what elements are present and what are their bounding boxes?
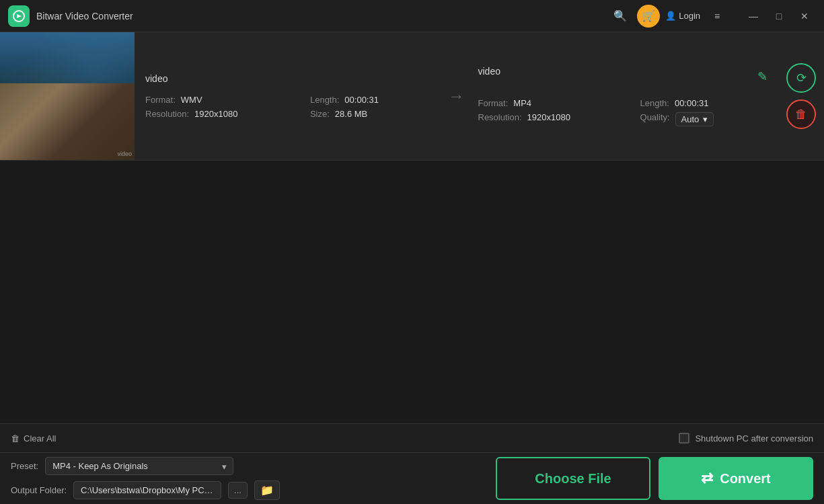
source-format-val: WMV bbox=[181, 95, 202, 105]
app-title: Bitwar Video Converter bbox=[36, 11, 609, 22]
chevron-down-icon: ▾ bbox=[703, 114, 708, 124]
shutdown-section: Shutdown PC after conversion bbox=[679, 433, 813, 444]
video-row-actions: ⟳ 🗑 bbox=[778, 32, 824, 160]
main-content: video video Format: WMV Length: 00:00:31 bbox=[0, 32, 824, 423]
source-resolution-row: Resolution: 1920x1080 bbox=[145, 109, 294, 119]
source-label: video bbox=[145, 73, 435, 84]
edit-icon[interactable]: ✎ bbox=[757, 69, 767, 84]
quality-dropdown[interactable]: Auto ▾ bbox=[675, 112, 714, 126]
convert-label: Convert bbox=[720, 471, 771, 487]
target-length-val: 00:00:31 bbox=[675, 98, 709, 108]
clear-all-label: Clear All bbox=[24, 433, 56, 444]
target-quality-row: Quality: Auto ▾ bbox=[640, 112, 767, 126]
clear-all-button[interactable]: 🗑 Clear All bbox=[11, 433, 56, 444]
quality-value: Auto bbox=[681, 114, 700, 124]
video-target: video ✎ Format: MP4 Length: 00:00:31 Res… bbox=[478, 66, 768, 126]
target-meta: Format: MP4 Length: 00:00:31 Resolution:… bbox=[478, 98, 768, 126]
source-size-key: Size: bbox=[310, 109, 330, 119]
browse-button[interactable]: ... bbox=[228, 482, 248, 499]
bottom-bottom-row: Preset: MP4 - Keep As Originals Output F… bbox=[0, 453, 824, 504]
refresh-icon: ⟳ bbox=[796, 71, 807, 85]
bottom-top-row: 🗑 Clear All Shutdown PC after conversion bbox=[0, 424, 824, 453]
minimize-button[interactable]: — bbox=[742, 5, 765, 28]
window-controls: — □ ✕ bbox=[742, 5, 816, 28]
video-thumbnail: video bbox=[0, 32, 135, 160]
target-format-row: Format: MP4 bbox=[478, 98, 624, 108]
target-resolution-key: Resolution: bbox=[478, 112, 522, 126]
maximize-button[interactable]: □ bbox=[767, 5, 790, 28]
target-resolution-val: 1920x1080 bbox=[527, 112, 570, 126]
video-info-section: video Format: WMV Length: 00:00:31 Resol… bbox=[135, 32, 778, 160]
close-button[interactable]: ✕ bbox=[793, 5, 816, 28]
bottom-bar: 🗑 Clear All Shutdown PC after conversion… bbox=[0, 423, 824, 504]
preset-label: Preset: bbox=[11, 461, 38, 471]
output-row: Output Folder: C:\Users\bstwa\Dropbox\My… bbox=[11, 480, 280, 500]
choose-file-label: Choose File bbox=[535, 471, 611, 487]
app-logo bbox=[8, 5, 30, 27]
titlebar: Bitwar Video Converter 🔍 🛒 👤 Login ≡ — □… bbox=[0, 0, 824, 32]
user-icon: 👤 bbox=[665, 11, 676, 21]
source-format-key: Format: bbox=[145, 95, 176, 105]
login-button[interactable]: 👤 Login bbox=[665, 11, 700, 21]
target-quality-key: Quality: bbox=[640, 112, 670, 126]
preset-row: Preset: MP4 - Keep As Originals bbox=[11, 457, 280, 475]
convert-button[interactable]: ⇄ Convert bbox=[659, 457, 813, 500]
cart-button[interactable]: 🛒 bbox=[637, 5, 660, 28]
target-label: video bbox=[478, 66, 500, 77]
target-format-val: MP4 bbox=[513, 98, 531, 108]
refresh-button[interactable]: ⟳ bbox=[786, 63, 816, 93]
target-length-key: Length: bbox=[640, 98, 669, 108]
target-resolution-row: Resolution: 1920x1080 bbox=[478, 112, 624, 126]
menu-button[interactable]: ≡ bbox=[706, 5, 728, 28]
delete-button[interactable]: 🗑 bbox=[786, 99, 816, 129]
thumb-rocks bbox=[0, 83, 135, 160]
convert-icon: ⇄ bbox=[701, 470, 713, 487]
source-length-val: 00:00:31 bbox=[344, 95, 379, 105]
thumb-watermark: video bbox=[117, 151, 132, 157]
conversion-arrow: → bbox=[435, 87, 478, 106]
right-arrow-icon: → bbox=[449, 87, 465, 106]
source-size-val: 28.6 MB bbox=[335, 109, 367, 119]
source-size-row: Size: 28.6 MB bbox=[310, 109, 435, 119]
video-source: video Format: WMV Length: 00:00:31 Resol… bbox=[145, 73, 435, 119]
preset-select[interactable]: MP4 - Keep As Originals bbox=[45, 457, 233, 475]
source-meta: Format: WMV Length: 00:00:31 Resolution:… bbox=[145, 95, 435, 119]
source-resolution-val: 1920x1080 bbox=[194, 109, 237, 119]
login-label: Login bbox=[679, 11, 700, 21]
shutdown-checkbox[interactable] bbox=[679, 433, 689, 444]
trash-icon: 🗑 bbox=[795, 108, 807, 122]
source-format-row: Format: WMV bbox=[145, 95, 294, 105]
target-format-key: Format: bbox=[478, 98, 509, 108]
source-length-key: Length: bbox=[310, 95, 339, 105]
target-header: video ✎ bbox=[478, 66, 768, 87]
output-path-display: C:\Users\bstwa\Dropbox\My PC (DE... bbox=[73, 481, 221, 499]
source-length-row: Length: 00:00:31 bbox=[310, 95, 435, 105]
output-folder-label: Output Folder: bbox=[11, 485, 67, 495]
trash-small-icon: 🗑 bbox=[11, 433, 20, 444]
choose-file-button[interactable]: Choose File bbox=[496, 457, 650, 500]
source-resolution-key: Resolution: bbox=[145, 109, 189, 119]
target-length-row: Length: 00:00:31 bbox=[640, 98, 767, 108]
titlebar-actions: 🔍 🛒 👤 Login ≡ — □ ✕ bbox=[609, 5, 816, 28]
open-folder-button[interactable]: 📁 bbox=[254, 480, 280, 500]
video-row: video video Format: WMV Length: 00:00:31 bbox=[0, 32, 824, 161]
folder-icon: 📁 bbox=[260, 485, 274, 496]
preset-select-wrapper: MP4 - Keep As Originals bbox=[45, 457, 233, 475]
preset-section: Preset: MP4 - Keep As Originals Output F… bbox=[11, 457, 280, 500]
bottom-actions: Choose File ⇄ Convert bbox=[496, 457, 813, 500]
search-button[interactable]: 🔍 bbox=[609, 5, 632, 28]
shutdown-label: Shutdown PC after conversion bbox=[695, 433, 813, 444]
